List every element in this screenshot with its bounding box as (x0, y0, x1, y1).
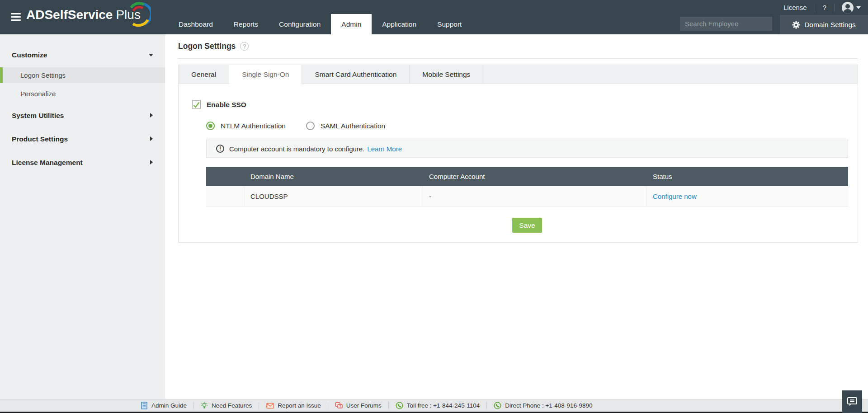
sidebar-item-label: Personalize (20, 90, 56, 98)
saml-radio-label[interactable]: SAML Authentication (321, 122, 385, 130)
table-header-status: Status (647, 167, 848, 186)
nav-configuration[interactable]: Configuration (269, 14, 331, 34)
table-cell-empty (206, 186, 245, 206)
chevron-right-icon (150, 136, 153, 141)
divider (193, 402, 194, 409)
sidebar-section-label: Product Settings (12, 135, 68, 143)
alert-circle-icon: ! (216, 145, 224, 153)
gear-icon (792, 21, 800, 29)
tab-mobile-settings[interactable]: Mobile Settings (410, 65, 483, 84)
notice-text: Computer account is mandatory to configu… (229, 145, 364, 153)
chevron-right-icon (150, 160, 153, 164)
phone-icon (396, 402, 403, 409)
phone-icon (494, 402, 501, 409)
header-top-links: License ? (776, 0, 865, 15)
nav-application[interactable]: Application (372, 14, 427, 34)
tab-bar: General Single Sign-On Smart Card Authen… (179, 65, 858, 84)
nav-reports[interactable]: Reports (223, 14, 269, 34)
sidebar-section-license-management[interactable]: License Management (0, 153, 165, 172)
need-features-link[interactable]: Need Features (201, 402, 252, 409)
chevron-down-icon (149, 54, 153, 56)
book-icon (141, 402, 148, 409)
table-row: CLOUDSSP - Configure now (206, 186, 848, 206)
domain-settings-button[interactable]: Domain Settings (780, 15, 868, 34)
logon-settings-panel: General Single Sign-On Smart Card Authen… (178, 65, 858, 243)
sidebar-item-logon-settings[interactable]: Logon Settings (0, 67, 165, 83)
nav-support[interactable]: Support (427, 14, 472, 34)
sidebar-item-personalize[interactable]: Personalize (0, 86, 165, 102)
ntlm-radio-label[interactable]: NTLM Authentication (221, 122, 286, 130)
main-content: Logon Settings ? General Single Sign-On … (165, 34, 868, 399)
user-menu[interactable] (835, 2, 865, 14)
user-avatar-icon (842, 2, 854, 14)
divider (486, 402, 487, 409)
help-link[interactable]: ? (815, 4, 834, 11)
employee-search (680, 17, 772, 31)
brand-bold: ADSelfService (26, 8, 113, 22)
tab-single-sign-on[interactable]: Single Sign-On (229, 65, 302, 84)
save-button[interactable]: Save (512, 218, 542, 233)
main-nav: Dashboard Reports Configuration Admin Ap… (168, 14, 472, 34)
mail-icon (266, 402, 274, 409)
saml-radio[interactable] (306, 122, 315, 130)
table-header-domain-name: Domain Name (245, 167, 423, 186)
divider (328, 402, 328, 409)
table-header-row: Domain Name Computer Account Status (206, 167, 848, 186)
enable-sso-label: Enable SSO (207, 101, 246, 109)
live-chat-button[interactable] (842, 390, 862, 413)
sidebar-section-label: Customize (12, 51, 47, 59)
sidebar-item-label: Logon Settings (20, 71, 66, 79)
domain-settings-label: Domain Settings (804, 21, 856, 29)
admin-guide-link[interactable]: Admin Guide (141, 402, 187, 409)
configure-now-link[interactable]: Configure now (653, 192, 697, 200)
sidebar-section-system-utilities[interactable]: System Utilities (0, 106, 165, 125)
table-header-computer-account: Computer Account (423, 167, 647, 186)
footer-link-label: Admin Guide (151, 402, 187, 409)
footer-link-label: User Forums (346, 402, 382, 409)
chevron-down-icon (856, 6, 861, 9)
forum-icon: ? (335, 402, 343, 409)
domains-table: Domain Name Computer Account Status CLOU… (206, 167, 848, 206)
sidebar: Customize Logon Settings Personalize Sys… (0, 34, 165, 399)
sidebar-section-label: System Utilities (12, 112, 64, 119)
page-title: Logon Settings (178, 42, 236, 51)
chat-bubble-icon (847, 397, 858, 407)
chevron-right-icon (150, 113, 153, 117)
divider (259, 402, 259, 409)
license-link[interactable]: License (776, 4, 815, 11)
table-cell-domain-name: CLOUDSSP (245, 186, 423, 206)
ntlm-radio[interactable] (206, 122, 215, 130)
table-cell-computer-account: - (423, 186, 647, 206)
footer-bar: Admin Guide Need Features Report an Issu… (0, 399, 868, 412)
app-logo[interactable]: ADSelfServicePlus (26, 8, 141, 22)
logo-swirl-icon (126, 1, 151, 27)
footer-contact-label: Toll free : +1-844-245-1104 (407, 402, 480, 409)
notice-bar: ! Computer account is mandatory to confi… (206, 140, 848, 158)
divider (388, 402, 389, 409)
app-header: ADSelfServicePlus Dashboard Reports Conf… (0, 0, 868, 34)
sidebar-section-product-settings[interactable]: Product Settings (0, 130, 165, 149)
footer-link-label: Report an Issue (278, 402, 321, 409)
learn-more-link[interactable]: Learn More (367, 145, 402, 153)
search-input[interactable] (680, 20, 778, 28)
report-issue-link[interactable]: Report an Issue (266, 402, 321, 409)
sidebar-section-label: License Management (12, 159, 83, 166)
page-header: Logon Settings ? (178, 34, 858, 59)
sidebar-section-customize[interactable]: Customize (0, 46, 165, 65)
footer-contact-label: Direct Phone : +1-408-916-9890 (505, 402, 592, 409)
check-icon (193, 102, 200, 108)
enable-sso-checkbox[interactable] (192, 100, 201, 109)
tab-general[interactable]: General (179, 65, 229, 84)
hamburger-menu-icon[interactable] (11, 13, 21, 21)
footer-link-label: Need Features (212, 402, 252, 409)
help-circle-icon[interactable]: ? (240, 42, 249, 51)
tab-content: Enable SSO NTLM Authentication SAML Auth… (179, 100, 858, 233)
bulb-icon (201, 402, 208, 409)
tab-smart-card-authentication[interactable]: Smart Card Authentication (302, 65, 410, 84)
nav-dashboard[interactable]: Dashboard (168, 14, 223, 34)
svg-text:?: ? (339, 404, 341, 408)
nav-admin[interactable]: Admin (331, 14, 372, 34)
direct-phone-contact[interactable]: Direct Phone : +1-408-916-9890 (494, 402, 592, 409)
user-forums-link[interactable]: ? User Forums (335, 402, 382, 409)
toll-free-contact[interactable]: Toll free : +1-844-245-1104 (396, 402, 480, 409)
